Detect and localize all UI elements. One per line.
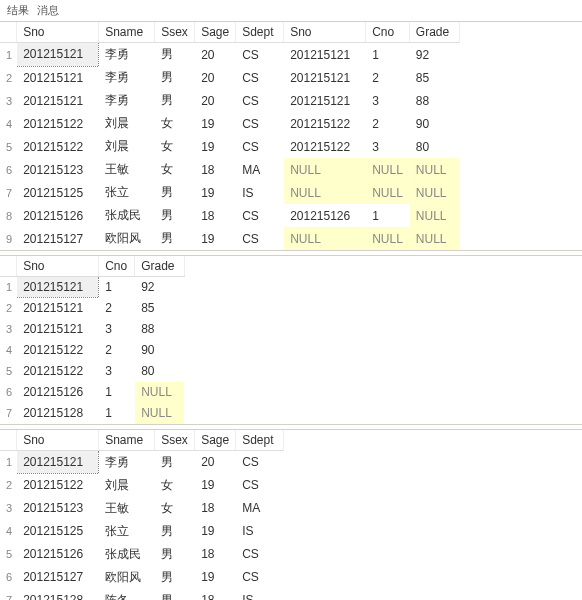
table-row[interactable]: 62012151261NULL: [0, 382, 185, 403]
cell-ssex[interactable]: 男: [155, 450, 195, 474]
cell-sage[interactable]: 19: [195, 181, 236, 204]
cell-grade[interactable]: NULL: [135, 403, 185, 424]
table-row[interactable]: 72012151281NULL: [0, 403, 185, 424]
cell-cno[interactable]: 2: [99, 340, 135, 361]
cell-sage[interactable]: 19: [195, 566, 236, 589]
table-row[interactable]: 6201215123王敏女18MANULLNULLNULL: [0, 158, 459, 181]
cell-sage[interactable]: 18: [195, 589, 236, 601]
cell-sdept[interactable]: IS: [236, 589, 284, 601]
cell-sno[interactable]: 201215125: [17, 520, 99, 543]
cell-ssex[interactable]: 男: [155, 227, 195, 250]
column-header-sno[interactable]: Sno: [17, 256, 99, 277]
cell-sage[interactable]: 18: [195, 204, 236, 227]
cell-ssex[interactable]: 女: [155, 112, 195, 135]
cell-sname[interactable]: 张立: [99, 520, 155, 543]
table-row[interactable]: 1201215121192: [0, 277, 185, 298]
cell-sdept[interactable]: CS: [236, 566, 284, 589]
cell-cno[interactable]: 2: [366, 112, 410, 135]
table-row[interactable]: 4201215125张立男19IS: [0, 520, 284, 543]
cell-sno[interactable]: 201215121: [17, 319, 99, 340]
tab-results[interactable]: 结果: [4, 2, 32, 19]
column-header-sage[interactable]: Sage: [195, 22, 236, 43]
cell-ssex[interactable]: 男: [155, 204, 195, 227]
table-row[interactable]: 7201215128陈冬男18IS: [0, 589, 284, 601]
cell-sdept[interactable]: MA: [236, 158, 284, 181]
cell-cno[interactable]: 1: [99, 382, 135, 403]
cell-sno[interactable]: NULL: [284, 181, 366, 204]
cell-grade[interactable]: NULL: [409, 204, 459, 227]
table-row[interactable]: 1201215121李勇男20CS: [0, 450, 284, 474]
table-row[interactable]: 9201215127欧阳风男19CSNULLNULLNULL: [0, 227, 459, 250]
cell-sdept[interactable]: CS: [236, 43, 284, 67]
cell-sdept[interactable]: CS: [236, 543, 284, 566]
cell-sdept[interactable]: MA: [236, 497, 284, 520]
cell-grade[interactable]: NULL: [409, 227, 459, 250]
cell-grade[interactable]: 80: [135, 361, 185, 382]
column-header-ssex[interactable]: Ssex: [155, 22, 195, 43]
cell-sage[interactable]: 20: [195, 66, 236, 89]
column-header-ssex[interactable]: Ssex: [155, 430, 195, 451]
cell-sno[interactable]: 201215122: [17, 340, 99, 361]
cell-sage[interactable]: 19: [195, 112, 236, 135]
cell-sno[interactable]: 201215126: [17, 382, 99, 403]
cell-sage[interactable]: 20: [195, 43, 236, 67]
cell-cno[interactable]: 3: [366, 135, 410, 158]
cell-ssex[interactable]: 男: [155, 589, 195, 601]
table-row[interactable]: 3201215121388: [0, 319, 185, 340]
cell-sno[interactable]: 201215122: [17, 135, 99, 158]
cell-ssex[interactable]: 男: [155, 89, 195, 112]
cell-cno[interactable]: 2: [99, 298, 135, 319]
cell-sage[interactable]: 19: [195, 474, 236, 497]
results-grid-3[interactable]: SnoSnameSsexSageSdept1201215121李勇男20CS22…: [0, 429, 582, 601]
cell-sno[interactable]: 201215125: [17, 181, 99, 204]
results-grid-1[interactable]: SnoSnameSsexSageSdeptSnoCnoGrade12012151…: [0, 21, 582, 251]
cell-sdept[interactable]: CS: [236, 135, 284, 158]
table-row[interactable]: 2201215121李勇男20CS201215121285: [0, 66, 459, 89]
cell-grade[interactable]: 88: [135, 319, 185, 340]
data-table[interactable]: SnoSnameSsexSageSdept1201215121李勇男20CS22…: [0, 430, 284, 601]
results-grid-2[interactable]: SnoCnoGrade12012151211922201215121285320…: [0, 255, 582, 425]
column-header-grade[interactable]: Grade: [409, 22, 459, 43]
table-row[interactable]: 8201215126张成民男18CS2012151261NULL: [0, 204, 459, 227]
cell-sage[interactable]: 19: [195, 227, 236, 250]
cell-sno[interactable]: 201215121: [17, 89, 99, 112]
cell-sname[interactable]: 欧阳风: [99, 566, 155, 589]
table-row[interactable]: 3201215121李勇男20CS201215121388: [0, 89, 459, 112]
cell-sname[interactable]: 刘晨: [99, 112, 155, 135]
cell-sno[interactable]: 201215126: [17, 543, 99, 566]
cell-grade[interactable]: 85: [135, 298, 185, 319]
cell-ssex[interactable]: 男: [155, 543, 195, 566]
cell-sname[interactable]: 张立: [99, 181, 155, 204]
cell-cno[interactable]: NULL: [366, 181, 410, 204]
cell-sname[interactable]: 刘晨: [99, 135, 155, 158]
cell-sno[interactable]: 201215122: [17, 361, 99, 382]
cell-cno[interactable]: NULL: [366, 158, 410, 181]
table-row[interactable]: 2201215122刘晨女19CS: [0, 474, 284, 497]
cell-sage[interactable]: 20: [195, 89, 236, 112]
cell-sage[interactable]: 18: [195, 497, 236, 520]
cell-sname[interactable]: 陈冬: [99, 589, 155, 601]
cell-sname[interactable]: 欧阳风: [99, 227, 155, 250]
cell-sname[interactable]: 张成民: [99, 543, 155, 566]
cell-ssex[interactable]: 女: [155, 158, 195, 181]
cell-sage[interactable]: 18: [195, 543, 236, 566]
cell-sname[interactable]: 刘晨: [99, 474, 155, 497]
tab-messages[interactable]: 消息: [34, 2, 62, 19]
cell-cno[interactable]: 1: [366, 204, 410, 227]
column-header-sno[interactable]: Sno: [17, 430, 99, 451]
data-table[interactable]: SnoCnoGrade12012151211922201215121285320…: [0, 256, 185, 424]
column-header-cno[interactable]: Cno: [366, 22, 410, 43]
cell-grade[interactable]: 92: [135, 277, 185, 298]
table-row[interactable]: 2201215121285: [0, 298, 185, 319]
cell-sno[interactable]: 201215122: [17, 474, 99, 497]
column-header-sdept[interactable]: Sdept: [236, 22, 284, 43]
cell-sno[interactable]: 201215127: [17, 566, 99, 589]
cell-sdept[interactable]: CS: [236, 204, 284, 227]
table-row[interactable]: 5201215126张成民男18CS: [0, 543, 284, 566]
cell-cno[interactable]: 1: [99, 277, 135, 298]
cell-sno[interactable]: 201215121: [17, 66, 99, 89]
cell-sno[interactable]: 201215122: [284, 112, 366, 135]
column-header-grade[interactable]: Grade: [135, 256, 185, 277]
cell-cno[interactable]: NULL: [366, 227, 410, 250]
cell-sno[interactable]: 201215121: [284, 43, 366, 67]
